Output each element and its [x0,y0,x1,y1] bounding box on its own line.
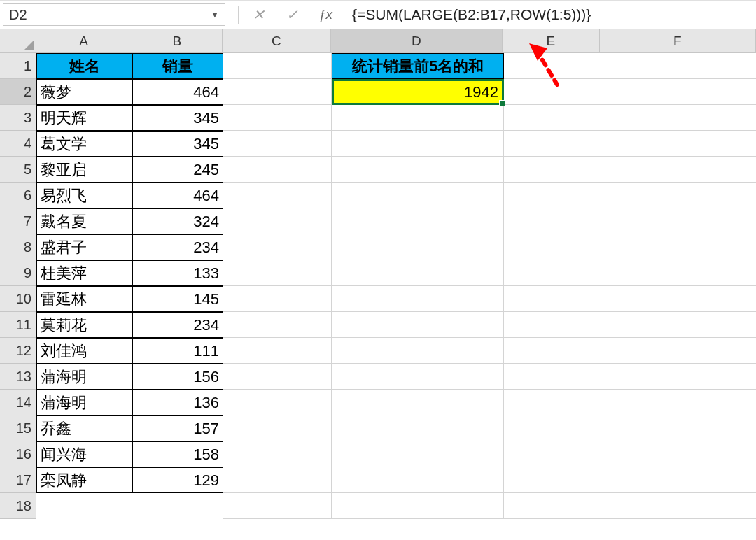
col-header-C[interactable]: C [223,29,331,53]
cell-A8[interactable]: 盛君子 [36,234,132,260]
spreadsheet-grid[interactable]: ABCDEF 123456789101112131415161718 姓名销量薇… [0,29,756,53]
cell-A15[interactable]: 乔鑫 [36,415,132,441]
cell-B3[interactable]: 345 [132,105,223,131]
row-header-15[interactable]: 15 [0,415,36,441]
cell-C15[interactable] [223,415,332,441]
cell-B6[interactable]: 464 [132,183,223,208]
row-header-6[interactable]: 6 [0,183,36,208]
row-header-11[interactable]: 11 [0,312,36,338]
cell-D15[interactable] [332,415,504,441]
cell-F5[interactable] [601,157,756,183]
cell-C4[interactable] [223,131,332,157]
cell-E15[interactable] [504,415,601,441]
cell-F8[interactable] [601,234,756,260]
cell-A11[interactable]: 莫莉花 [36,312,132,338]
cell-B4[interactable]: 345 [132,131,223,157]
cell-B2[interactable]: 464 [132,79,223,105]
cell-C2[interactable] [223,79,332,105]
cell-E4[interactable] [504,131,601,157]
cell-F11[interactable] [601,312,756,338]
cell-F1[interactable] [601,53,756,79]
cell-E16[interactable] [504,441,601,467]
col-header-B[interactable]: B [132,29,223,53]
selection-fill-handle[interactable] [499,100,505,106]
cell-A13[interactable]: 蒲海明 [36,364,132,390]
cell-E6[interactable] [504,183,601,208]
row-header-17[interactable]: 17 [0,467,36,493]
row-header-16[interactable]: 16 [0,441,36,467]
cell-C18[interactable] [223,493,332,519]
cell-D11[interactable] [332,312,504,338]
cell-D5[interactable] [332,157,504,183]
cell-E7[interactable] [504,208,601,234]
cell-F14[interactable] [601,390,756,415]
cell-B16[interactable]: 158 [132,441,223,467]
cancel-x-icon[interactable]: ✕ [241,3,275,26]
cell-F16[interactable] [601,441,756,467]
cell-C11[interactable] [223,312,332,338]
row-header-13[interactable]: 13 [0,364,36,390]
cell-A1[interactable]: 姓名 [36,53,132,79]
cell-A9[interactable]: 桂美萍 [36,260,132,286]
cell-D9[interactable] [332,260,504,286]
cell-A4[interactable]: 葛文学 [36,131,132,157]
cell-C13[interactable] [223,364,332,390]
cell-A6[interactable]: 易烈飞 [36,183,132,208]
cell-A17[interactable]: 栾凤静 [36,467,132,493]
cell-C3[interactable] [223,105,332,131]
cell-D16[interactable] [332,441,504,467]
cell-E11[interactable] [504,312,601,338]
row-header-14[interactable]: 14 [0,390,36,415]
cell-E9[interactable] [504,260,601,286]
cell-F7[interactable] [601,208,756,234]
cell-D4[interactable] [332,131,504,157]
cell-D10[interactable] [332,286,504,312]
col-header-D[interactable]: D [331,29,503,53]
row-header-3[interactable]: 3 [0,105,36,131]
cell-E14[interactable] [504,390,601,415]
cell-A12[interactable]: 刘佳鸿 [36,338,132,364]
cell-D7[interactable] [332,208,504,234]
cell-E1[interactable] [504,53,601,79]
cell-F13[interactable] [601,364,756,390]
cell-E5[interactable] [504,157,601,183]
cell-A14[interactable]: 蒲海明 [36,390,132,415]
formula-bar[interactable]: {=SUM(LARGE(B2:B17,ROW(1:5)))} [346,3,752,26]
cell-F4[interactable] [601,131,756,157]
cell-D2[interactable]: 1942 [332,79,504,105]
cell-B11[interactable]: 234 [132,312,223,338]
cell-B10[interactable]: 145 [132,286,223,312]
cell-D6[interactable] [332,183,504,208]
cell-C12[interactable] [223,338,332,364]
chevron-down-icon[interactable]: ▼ [211,10,219,20]
cell-D12[interactable] [332,338,504,364]
cell-C16[interactable] [223,441,332,467]
row-header-18[interactable]: 18 [0,493,36,519]
cell-B17[interactable]: 129 [132,467,223,493]
row-header-10[interactable]: 10 [0,286,36,312]
cell-A3[interactable]: 明天辉 [36,105,132,131]
cell-F2[interactable] [601,79,756,105]
col-header-E[interactable]: E [503,29,600,53]
cell-E2[interactable] [504,79,601,105]
row-header-5[interactable]: 5 [0,157,36,183]
cell-A10[interactable]: 雷延林 [36,286,132,312]
cell-C7[interactable] [223,208,332,234]
cell-B9[interactable]: 133 [132,260,223,286]
cell-B5[interactable]: 245 [132,157,223,183]
cell-E12[interactable] [504,338,601,364]
cell-C17[interactable] [223,467,332,493]
col-header-A[interactable]: A [36,29,132,53]
cell-C8[interactable] [223,234,332,260]
cell-C5[interactable] [223,157,332,183]
row-header-9[interactable]: 9 [0,260,36,286]
cell-F6[interactable] [601,183,756,208]
cell-D13[interactable] [332,364,504,390]
cell-A7[interactable]: 戴名夏 [36,208,132,234]
cell-F17[interactable] [601,467,756,493]
row-header-12[interactable]: 12 [0,338,36,364]
select-all-corner[interactable] [0,29,36,53]
cell-F12[interactable] [601,338,756,364]
cell-B13[interactable]: 156 [132,364,223,390]
cell-B12[interactable]: 111 [132,338,223,364]
